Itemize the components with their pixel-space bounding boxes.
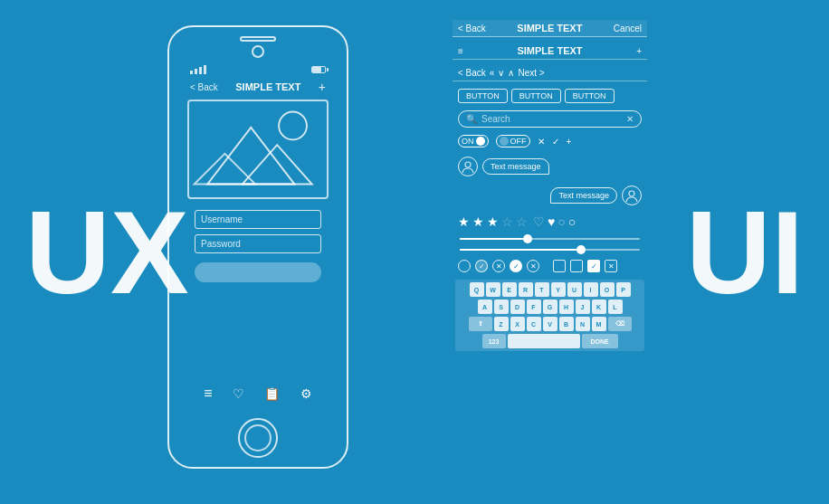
phone-password-input[interactable]: Password — [195, 234, 321, 253]
toggle-plus-icon: + — [567, 137, 572, 147]
star-4[interactable]: ☆ — [501, 214, 513, 229]
radio-empty-1[interactable] — [458, 260, 471, 272]
phone-mockup: < Back SIMPLE TEXT + Username Password ≡… — [167, 25, 348, 469]
speech-filled-icon[interactable]: ○ — [568, 214, 576, 229]
ui-button-1[interactable]: BUTTON — [458, 89, 508, 103]
key-shift[interactable]: ⇧ — [469, 317, 492, 331]
key-f[interactable]: F — [527, 300, 541, 314]
svg-point-0 — [279, 112, 307, 140]
key-g[interactable]: G — [543, 300, 557, 314]
key-e[interactable]: E — [502, 282, 517, 297]
ui-components-panel: < Back SIMPLE TEXT Cancel ≡ SIMPLE TEXT … — [453, 20, 647, 351]
slider-track-1[interactable] — [460, 238, 640, 240]
key-p[interactable]: P — [616, 282, 631, 297]
phone-nav-plus-button[interactable]: + — [319, 80, 326, 94]
slider-thumb-1[interactable] — [523, 234, 532, 243]
key-z[interactable]: Z — [494, 317, 509, 331]
key-v[interactable]: V — [543, 317, 557, 331]
ui-navbar-title: SIMPLE TEXT — [517, 23, 582, 33]
heart-empty-icon[interactable]: ♡ — [533, 214, 545, 229]
toolbar-next-button[interactable]: Next > — [518, 68, 544, 78]
checkbox-checked-1[interactable]: ✓ — [587, 260, 600, 272]
toggle-on-knob — [476, 137, 485, 146]
key-a[interactable]: A — [478, 300, 492, 314]
ui-toggle-row: ON OFF ✕ ✓ + — [453, 133, 647, 149]
radio-x-1[interactable]: ✕ — [492, 260, 505, 272]
checkbox-row: ✓ ✕ ✓ ✕ ✓ ✕ — [453, 258, 647, 274]
key-u[interactable]: U — [567, 282, 582, 297]
key-j[interactable]: J — [576, 300, 590, 314]
star-3[interactable]: ★ — [487, 214, 499, 229]
key-123[interactable]: 123 — [482, 334, 506, 348]
phone-heart-icon[interactable]: ♡ — [233, 386, 244, 401]
phone-home-button[interactable] — [238, 418, 278, 458]
slider-thumb-2[interactable] — [576, 245, 586, 254]
radio-check-1[interactable]: ✓ — [475, 260, 488, 272]
ui-search-bar[interactable]: 🔍 Search ✕ — [458, 110, 642, 128]
keyboard-row-4: 123 DONE — [459, 334, 641, 348]
checkbox-x-1[interactable]: ✕ — [605, 260, 617, 272]
key-r[interactable]: R — [519, 282, 533, 297]
key-h[interactable]: H — [559, 300, 574, 314]
phone-status-bar — [186, 63, 329, 76]
key-space[interactable] — [508, 334, 580, 348]
toolbar-prev-button[interactable]: ∨ — [498, 68, 504, 78]
keyboard-row-2: A S D F G H J K L — [459, 300, 641, 314]
toggle-off[interactable]: OFF — [496, 135, 530, 147]
phone-nav-title: SIMPLE TEXT — [235, 81, 300, 92]
ui-hamburger-icon[interactable]: ≡ — [458, 46, 463, 56]
phone-settings-icon[interactable]: ⚙ — [300, 386, 312, 401]
key-q[interactable]: Q — [470, 282, 484, 297]
ui-button-2[interactable]: BUTTON — [511, 89, 561, 103]
key-l[interactable]: L — [608, 300, 623, 314]
phone-menu-icon[interactable]: ≡ — [204, 385, 212, 402]
ui-navbar-cancel[interactable]: Cancel — [614, 24, 642, 33]
heart-filled-icon[interactable]: ♥ — [548, 214, 555, 229]
radio-filled-1[interactable]: ✓ — [510, 260, 522, 272]
phone-list-icon[interactable]: 📋 — [264, 386, 280, 401]
chat-avatar-sent — [622, 185, 642, 205]
phone-submit-button[interactable] — [195, 262, 321, 282]
key-n[interactable]: N — [576, 317, 590, 331]
key-y[interactable]: Y — [551, 282, 566, 297]
phone-username-input[interactable]: Username — [195, 210, 321, 229]
toggle-on[interactable]: ON — [458, 135, 489, 147]
key-w[interactable]: W — [486, 282, 500, 297]
star-1[interactable]: ★ — [458, 214, 470, 229]
ui-button-3[interactable]: BUTTON — [565, 89, 615, 103]
key-s[interactable]: S — [494, 300, 509, 314]
chat-message-sent: Text message — [550, 187, 617, 204]
key-m[interactable]: M — [592, 317, 606, 331]
toolbar-back-button[interactable]: < Back — [458, 68, 486, 78]
key-k[interactable]: K — [592, 300, 606, 314]
key-backspace[interactable]: ⌫ — [608, 317, 632, 331]
key-b[interactable]: B — [559, 317, 574, 331]
slider-track-2[interactable] — [460, 249, 640, 251]
key-done[interactable]: DONE — [582, 334, 618, 348]
phone-home-button-inner — [244, 424, 272, 452]
ui-buttons-row: BUTTON BUTTON BUTTON — [453, 87, 647, 105]
star-5[interactable]: ☆ — [516, 214, 528, 229]
key-c[interactable]: C — [527, 317, 541, 331]
checkbox-empty-1[interactable] — [553, 260, 566, 272]
toolbar-next-sym-button[interactable]: ∧ — [508, 68, 514, 78]
phone-nav-bar: < Back SIMPLE TEXT + — [186, 80, 329, 94]
phone-speaker — [252, 45, 264, 58]
ui-menu-plus-button[interactable]: + — [636, 46, 642, 56]
phone-notch — [240, 36, 276, 42]
key-d[interactable]: D — [510, 300, 525, 314]
key-x[interactable]: X — [510, 317, 525, 331]
big-ux-text: UX — [25, 194, 189, 311]
checkbox-empty-2[interactable] — [570, 260, 583, 272]
speech-empty-icon[interactable]: ○ — [557, 214, 565, 229]
ui-navbar-back[interactable]: < Back — [458, 24, 486, 33]
star-2[interactable]: ★ — [472, 214, 484, 229]
key-t[interactable]: T — [535, 282, 549, 297]
phone-back-button[interactable]: < Back — [190, 82, 218, 92]
key-i[interactable]: I — [584, 282, 598, 297]
toggle-on-label: ON — [462, 137, 474, 146]
toolbar-prev-prev-button[interactable]: « — [490, 68, 495, 78]
search-clear-icon[interactable]: ✕ — [626, 114, 634, 124]
key-o[interactable]: O — [600, 282, 615, 297]
radio-x-filled[interactable]: ✕ — [527, 260, 539, 272]
